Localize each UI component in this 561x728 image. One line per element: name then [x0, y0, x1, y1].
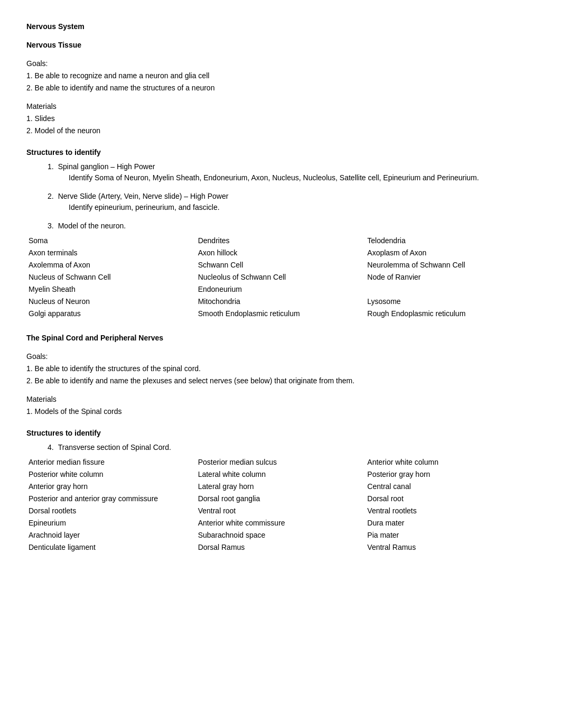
neuron-table-cell: Golgi apparatus [26, 308, 196, 320]
spinal-table: Anterior median fissurePosterior median … [26, 456, 535, 554]
structure-2-text: Nerve Slide (Artery, Vein, Nerve slide) … [58, 192, 229, 200]
structure-2-number: 2. [48, 192, 54, 200]
spinal-table-cell: Dorsal root [365, 493, 535, 505]
neuron-table-cell: Node of Ranvier [365, 271, 535, 283]
neuron-table-row: Myelin SheathEndoneurium [26, 283, 535, 296]
neuron-table-row: Golgi apparatusSmooth Endoplasmic reticu… [26, 308, 535, 320]
spinal-table-cell: Dorsal rootlets [26, 505, 196, 517]
neuron-table-cell: Axoplasm of Axon [365, 247, 535, 259]
neuron-table-cell [365, 283, 535, 296]
spinal-table-cell: Ventral rootlets [365, 505, 535, 517]
spinal-table-row: Denticulate ligamentDorsal RamusVentral … [26, 541, 535, 554]
structure-4: 4.Transverse section of Spinal Cord. [48, 442, 535, 453]
neuron-table-cell: Axon hillock [196, 247, 366, 259]
section1-materials-label: Materials [26, 101, 535, 112]
neuron-table-cell: Smooth Endoplasmic reticulum [196, 308, 366, 320]
neuron-table-row: Nucleus of NeuronMitochondriaLysosome [26, 296, 535, 308]
spinal-table-row: EpineuriumAnterior white commissureDura … [26, 517, 535, 529]
section-spinal-cord: The Spinal Cord and Peripheral Nerves Go… [26, 333, 535, 554]
spinal-table-cell: Dura mater [365, 517, 535, 529]
structure-2: 2.Nerve Slide (Artery, Vein, Nerve slide… [48, 191, 535, 213]
spinal-table-cell: Subarachnoid space [196, 529, 366, 541]
section2-goal-1: 1. Be able to identify the structures of… [26, 363, 535, 374]
structure-3-text: Model of the neuron. [58, 222, 126, 230]
section1-structures-label: Structures to identify [26, 147, 535, 158]
neuron-table-cell: Myelin Sheath [26, 283, 196, 296]
spinal-table-cell: Denticulate ligament [26, 541, 196, 554]
section1-goals-label: Goals: [26, 58, 535, 69]
spinal-table-cell: Central canal [365, 481, 535, 493]
spinal-table-row: Anterior median fissurePosterior median … [26, 456, 535, 468]
neuron-table-cell: Axolemma of Axon [26, 259, 196, 271]
structure-1: 1.Spinal ganglion – High Power Identify … [48, 161, 535, 183]
spinal-table-cell: Anterior gray horn [26, 481, 196, 493]
neuron-table-cell: Axon terminals [26, 247, 196, 259]
spinal-table-cell: Pia mater [365, 529, 535, 541]
neuron-table: SomaDendritesTelodendriaAxon terminalsAx… [26, 235, 535, 320]
neuron-table-cell: Rough Endoplasmic reticulum [365, 308, 535, 320]
section1-material-2: 2. Model of the neuron [26, 125, 535, 136]
neuron-table-cell: Dendrites [196, 235, 366, 247]
spinal-table-row: Posterior and anterior gray commissureDo… [26, 493, 535, 505]
spinal-table-cell: Dorsal root ganglia [196, 493, 366, 505]
section2-title: The Spinal Cord and Peripheral Nerves [26, 333, 535, 344]
spinal-table-cell: Anterior white column [365, 456, 535, 468]
section1-goal-2: 2. Be able to identify and name the stru… [26, 82, 535, 94]
section2-materials-label: Materials [26, 394, 535, 405]
structure-4-number: 4. [48, 443, 54, 451]
structure-3: 3.Model of the neuron. [48, 220, 535, 232]
neuron-table-cell: Neurolemma of Schwann Cell [365, 259, 535, 271]
spinal-table-row: Anterior gray hornLateral gray hornCentr… [26, 481, 535, 493]
structure-1-sub: Identify Soma of Neuron, Myelin Sheath, … [69, 172, 535, 183]
neuron-table-row: Axolemma of AxonSchwann CellNeurolemma o… [26, 259, 535, 271]
spinal-table-cell: Posterior and anterior gray commissure [26, 493, 196, 505]
section1-title: Nervous Tissue [26, 40, 535, 51]
section1-goal-1: 1. Be able to recognize and name a neuro… [26, 70, 535, 81]
neuron-table-row: Axon terminalsAxon hillockAxoplasm of Ax… [26, 247, 535, 259]
spinal-table-cell: Ventral Ramus [365, 541, 535, 554]
structure-4-text: Transverse section of Spinal Cord. [58, 443, 171, 451]
neuron-table-cell: Lysosome [365, 296, 535, 308]
section2-goal-2: 2. Be able to identify and name the plex… [26, 375, 535, 386]
neuron-table-cell: Nucleus of Schwann Cell [26, 271, 196, 283]
neuron-table-cell: Schwann Cell [196, 259, 366, 271]
neuron-table-cell: Telodendria [365, 235, 535, 247]
section2-material-1: 1. Models of the Spinal cords [26, 406, 535, 417]
section2-structures-label: Structures to identify [26, 428, 535, 439]
neuron-table-cell: Endoneurium [196, 283, 366, 296]
neuron-table-row: SomaDendritesTelodendria [26, 235, 535, 247]
spinal-table-cell: Arachnoid layer [26, 529, 196, 541]
spinal-table-cell: Anterior white commissure [196, 517, 366, 529]
neuron-table-cell: Nucleus of Neuron [26, 296, 196, 308]
spinal-table-cell: Dorsal Ramus [196, 541, 366, 554]
structure-3-number: 3. [48, 222, 54, 230]
spinal-table-cell: Posterior white column [26, 468, 196, 481]
spinal-table-cell: Lateral white column [196, 468, 366, 481]
section2-goals-label: Goals: [26, 351, 535, 362]
neuron-table-row: Nucleus of Schwann CellNucleolus of Schw… [26, 271, 535, 283]
spinal-table-cell: Anterior median fissure [26, 456, 196, 468]
neuron-table-cell: Mitochondria [196, 296, 366, 308]
spinal-table-row: Posterior white columnLateral white colu… [26, 468, 535, 481]
main-title: Nervous System [26, 21, 535, 32]
spinal-table-cell: Posterior gray horn [365, 468, 535, 481]
spinal-table-cell: Posterior median sulcus [196, 456, 366, 468]
spinal-table-cell: Lateral gray horn [196, 481, 366, 493]
structure-2-sub: Identify epineurium, perineurium, and fa… [69, 202, 535, 213]
spinal-table-row: Arachnoid layerSubarachnoid spacePia mat… [26, 529, 535, 541]
spinal-table-cell: Ventral root [196, 505, 366, 517]
structure-1-text: Spinal ganglion – High Power [58, 162, 155, 171]
neuron-table-cell: Nucleolus of Schwann Cell [196, 271, 366, 283]
structure-1-number: 1. [48, 162, 54, 171]
section-nervous-tissue: Nervous Tissue Goals: 1. Be able to reco… [26, 40, 535, 320]
spinal-table-row: Dorsal rootletsVentral rootVentral rootl… [26, 505, 535, 517]
spinal-table-cell: Epineurium [26, 517, 196, 529]
section1-material-1: 1. Slides [26, 113, 535, 124]
neuron-table-cell: Soma [26, 235, 196, 247]
page-container: Nervous System Nervous Tissue Goals: 1. … [26, 21, 535, 554]
